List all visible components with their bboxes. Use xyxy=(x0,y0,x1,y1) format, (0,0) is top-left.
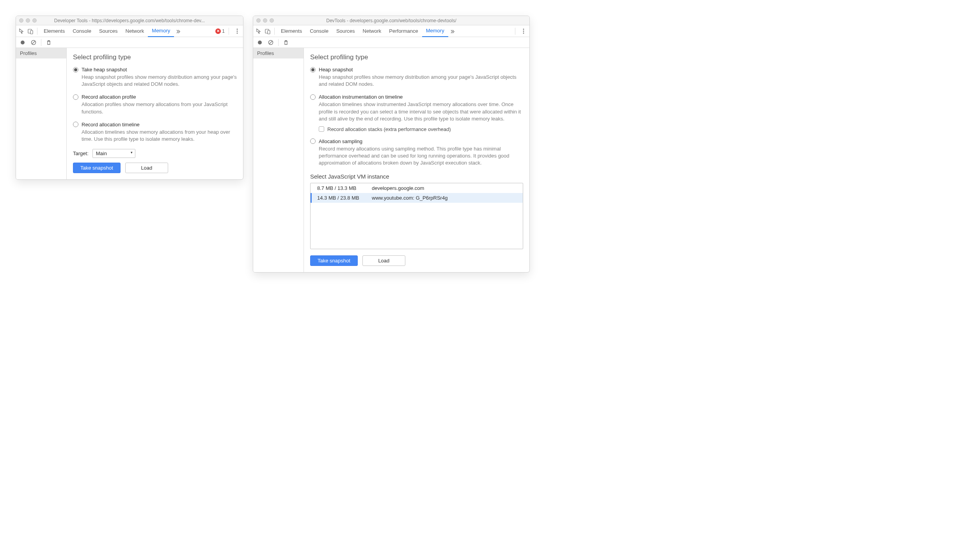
panel-tabbar: Elements Console Sources Network Memory … xyxy=(16,25,243,37)
separator xyxy=(515,28,515,35)
body: Profiles Select profiling type Heap snap… xyxy=(253,48,529,272)
tab-elements[interactable]: Elements xyxy=(277,25,306,37)
option-desc: Allocation timelines show memory allocat… xyxy=(82,129,237,143)
tab-performance[interactable]: Performance xyxy=(385,25,422,37)
select-profiling-type-title: Select profiling type xyxy=(73,53,237,61)
tab-console[interactable]: Console xyxy=(306,25,332,37)
body: Profiles Select profiling type Take heap… xyxy=(16,48,243,179)
option-desc: Heap snapshot profiles show memory distr… xyxy=(82,74,237,88)
vm-size: 14.3 MB / 23.8 MB xyxy=(317,195,372,201)
separator xyxy=(37,28,37,35)
tab-memory[interactable]: Memory xyxy=(148,25,174,37)
main-content: Select profiling type Heap snapshot Heap… xyxy=(304,48,529,272)
checkbox-label: Record allocation stacks (extra performa… xyxy=(327,126,451,132)
record-icon[interactable] xyxy=(255,37,265,48)
radio-allocation-sampling[interactable] xyxy=(310,138,316,144)
option-title: Allocation instrumentation on timeline xyxy=(319,94,403,100)
vm-section-title: Select JavaScript VM instance xyxy=(310,173,523,180)
separator xyxy=(274,28,275,35)
device-toolbar-icon[interactable] xyxy=(263,25,272,37)
svg-point-12 xyxy=(523,32,524,34)
close-window-button[interactable] xyxy=(19,18,23,23)
option-heap-snapshot: Take heap snapshot Heap snapshot profile… xyxy=(73,67,237,88)
clear-icon[interactable] xyxy=(266,37,276,48)
option-title: Take heap snapshot xyxy=(82,67,127,73)
select-profiling-type-title: Select profiling type xyxy=(310,53,523,61)
more-tabs-icon[interactable] xyxy=(448,25,457,37)
svg-rect-9 xyxy=(268,30,270,34)
option-title: Record allocation profile xyxy=(82,94,136,100)
vm-instance-row[interactable]: 8.7 MB / 13.3 MB developers.google.com xyxy=(311,183,523,193)
sidebar-item-profiles[interactable]: Profiles xyxy=(253,48,304,58)
window-title: Developer Tools - https://developers.goo… xyxy=(19,18,240,23)
svg-line-7 xyxy=(32,41,35,44)
memory-toolbar xyxy=(253,37,529,48)
button-row: Take snapshot Load xyxy=(73,163,237,173)
radio-allocation-profile[interactable] xyxy=(73,94,78,100)
radio-allocation-instrumentation[interactable] xyxy=(310,94,316,100)
error-count-badge[interactable]: ✕ 1 xyxy=(215,28,225,34)
titlebar: DevTools - developers.google.com/web/too… xyxy=(253,16,529,25)
option-desc: Heap snapshot profiles show memory distr… xyxy=(319,74,523,88)
take-snapshot-button[interactable]: Take snapshot xyxy=(310,255,358,266)
radio-heap-snapshot[interactable] xyxy=(310,67,316,73)
inspect-element-icon[interactable] xyxy=(18,25,26,37)
separator xyxy=(278,39,279,46)
error-icon: ✕ xyxy=(215,28,221,34)
clear-icon[interactable] xyxy=(28,37,39,48)
option-desc: Allocation profiles show memory allocati… xyxy=(82,101,237,115)
tab-console[interactable]: Console xyxy=(69,25,95,37)
option-desc: Allocation timelines show instrumented J… xyxy=(319,101,523,122)
kebab-menu-icon[interactable] xyxy=(519,25,528,37)
record-icon[interactable] xyxy=(18,37,28,48)
svg-rect-1 xyxy=(30,30,33,34)
minimize-window-button[interactable] xyxy=(26,18,30,23)
device-toolbar-icon[interactable] xyxy=(26,25,35,37)
vm-origin: developers.google.com xyxy=(372,185,424,191)
vm-instance-row[interactable]: 14.3 MB / 23.8 MB www.youtube.com: G_P6r… xyxy=(311,193,523,203)
sidebar: Profiles xyxy=(16,48,67,179)
tab-sources[interactable]: Sources xyxy=(332,25,359,37)
memory-toolbar xyxy=(16,37,243,48)
record-allocation-stacks-row: Record allocation stacks (extra performa… xyxy=(319,126,523,132)
svg-point-5 xyxy=(21,41,25,44)
radio-allocation-timeline[interactable] xyxy=(73,122,78,127)
tab-network[interactable]: Network xyxy=(122,25,148,37)
sidebar-item-profiles[interactable]: Profiles xyxy=(16,48,66,58)
kebab-menu-icon[interactable] xyxy=(233,25,241,37)
vm-origin: www.youtube.com: G_P6rpRSr4g xyxy=(372,195,447,201)
load-button[interactable]: Load xyxy=(362,255,405,266)
close-window-button[interactable] xyxy=(256,18,261,23)
delete-icon[interactable] xyxy=(44,37,54,48)
separator xyxy=(41,39,41,46)
svg-point-13 xyxy=(258,41,262,44)
svg-point-3 xyxy=(237,30,238,32)
svg-point-4 xyxy=(237,32,238,34)
button-row: Take snapshot Load xyxy=(310,255,523,266)
maximize-window-button[interactable] xyxy=(32,18,37,23)
tab-sources[interactable]: Sources xyxy=(95,25,122,37)
tab-memory[interactable]: Memory xyxy=(422,25,448,37)
more-tabs-icon[interactable] xyxy=(174,25,183,37)
svg-point-2 xyxy=(237,28,238,30)
option-desc: Record memory allocations using sampling… xyxy=(319,145,523,167)
error-count: 1 xyxy=(222,28,225,34)
option-title: Heap snapshot xyxy=(319,67,353,73)
radio-heap-snapshot[interactable] xyxy=(73,67,78,73)
tab-network[interactable]: Network xyxy=(359,25,385,37)
target-select[interactable]: Main xyxy=(92,149,135,158)
svg-point-11 xyxy=(523,30,524,32)
traffic-lights xyxy=(19,18,37,23)
target-label: Target: xyxy=(73,151,89,156)
inspect-element-icon[interactable] xyxy=(255,25,263,37)
tab-elements[interactable]: Elements xyxy=(40,25,69,37)
take-snapshot-button[interactable]: Take snapshot xyxy=(73,163,121,173)
option-title: Record allocation timeline xyxy=(82,122,140,128)
load-button[interactable]: Load xyxy=(125,163,168,173)
maximize-window-button[interactable] xyxy=(270,18,274,23)
record-allocation-stacks-checkbox[interactable] xyxy=(319,126,324,132)
devtools-window-2: DevTools - developers.google.com/web/too… xyxy=(253,16,530,273)
minimize-window-button[interactable] xyxy=(263,18,267,23)
delete-icon[interactable] xyxy=(281,37,291,48)
vm-size: 8.7 MB / 13.3 MB xyxy=(317,185,372,191)
